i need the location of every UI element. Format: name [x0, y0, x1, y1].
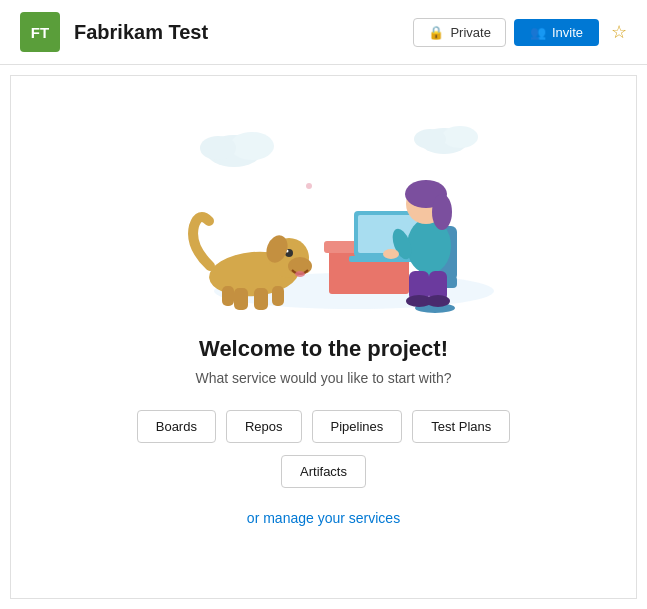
people-icon: 👥 [530, 25, 546, 40]
svg-point-27 [426, 295, 450, 307]
svg-point-3 [200, 136, 236, 160]
boards-button[interactable]: Boards [137, 410, 216, 443]
project-name: Fabrikam Test [74, 21, 413, 44]
artifacts-button[interactable]: Artifacts [281, 455, 366, 488]
svg-rect-35 [234, 288, 248, 310]
svg-point-7 [306, 183, 312, 189]
header-actions: 🔒 Private 👥 Invite ☆ [413, 18, 627, 47]
services-row-1: Boards Repos Pipelines Test Plans [137, 410, 511, 443]
svg-rect-37 [272, 286, 284, 306]
app-window: FT Fabrikam Test 🔒 Private 👥 Invite ☆ [0, 0, 647, 609]
repos-button[interactable]: Repos [226, 410, 302, 443]
welcome-illustration [134, 96, 514, 316]
main-content: Welcome to the project! What service wou… [10, 75, 637, 599]
favorite-star-icon[interactable]: ☆ [611, 21, 627, 43]
project-avatar: FT [20, 12, 60, 52]
svg-point-6 [414, 129, 446, 149]
illustration-svg [134, 96, 514, 316]
lock-icon: 🔒 [428, 25, 444, 40]
svg-point-5 [442, 126, 478, 148]
test-plans-button[interactable]: Test Plans [412, 410, 510, 443]
svg-rect-38 [222, 286, 234, 306]
welcome-title: Welcome to the project! [199, 336, 448, 362]
invite-label: Invite [552, 25, 583, 40]
svg-point-21 [432, 194, 452, 230]
svg-point-2 [230, 132, 274, 160]
svg-point-31 [295, 271, 305, 277]
pipelines-button[interactable]: Pipelines [312, 410, 403, 443]
services-row-2: Artifacts [281, 455, 366, 488]
svg-point-23 [383, 249, 399, 259]
private-button[interactable]: 🔒 Private [413, 18, 505, 47]
manage-services-link[interactable]: or manage your services [247, 510, 400, 526]
invite-button[interactable]: 👥 Invite [514, 19, 599, 46]
header: FT Fabrikam Test 🔒 Private 👥 Invite ☆ [0, 0, 647, 65]
welcome-subtitle: What service would you like to start wit… [196, 370, 452, 386]
private-label: Private [450, 25, 490, 40]
svg-rect-36 [254, 288, 268, 310]
